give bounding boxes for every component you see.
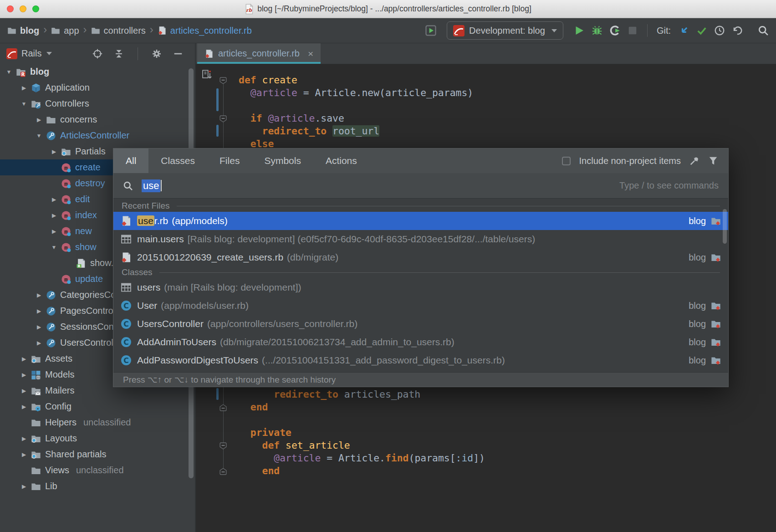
tree-item-shared-partials[interactable]: ▶Shared partials (0, 446, 195, 462)
chevron-right-icon[interactable]: ▶ (20, 372, 27, 378)
code-line: redirect_to articles_path (239, 388, 485, 401)
chevron-right-icon[interactable]: ▶ (51, 196, 57, 203)
tree-item-application[interactable]: ▶Application (0, 80, 195, 96)
tree-item-concerns[interactable]: ▶concerns (0, 112, 195, 128)
chevron-right-icon[interactable]: ▶ (51, 228, 57, 235)
class-icon: C (121, 355, 132, 366)
results-scrollbar[interactable] (723, 209, 727, 244)
rubymine-window: rb blog [~/RubymineProjects/blog] - .../… (0, 0, 776, 532)
class-icon: C (121, 318, 132, 329)
navigation-toolbar: blog›app›controllers›articles_controller… (0, 18, 776, 43)
search-tab-files[interactable]: Files (207, 148, 252, 173)
folder-icon (31, 418, 41, 428)
folder-views-icon (31, 450, 41, 460)
chevron-down-icon[interactable]: ▼ (51, 244, 57, 251)
pin-icon[interactable] (689, 156, 699, 166)
hide-panel-icon[interactable] (173, 49, 183, 59)
chevron-right-icon[interactable]: ▶ (20, 483, 27, 490)
chevron-right-icon[interactable]: ▶ (36, 117, 42, 123)
search-tab-symbols[interactable]: Symbols (252, 148, 313, 173)
chevron-down-icon[interactable]: ▼ (36, 133, 42, 139)
breadcrumb-item[interactable]: app (51, 26, 79, 36)
history-button[interactable] (714, 25, 725, 36)
chevron-right-icon[interactable]: ▶ (20, 388, 27, 394)
folder-views-icon (61, 147, 71, 157)
tree-item-controllers[interactable]: ▼Controllers (0, 96, 195, 112)
result-row[interactable]: main.users[Rails blog: development] (e0f… (113, 230, 728, 248)
folder-views-icon (31, 354, 41, 364)
tree-item-articlescontroller[interactable]: ▼ArticlesController (0, 128, 195, 143)
chevron-right-icon[interactable]: ▶ (36, 340, 42, 346)
tree-item-config[interactable]: ▶Config (0, 399, 195, 414)
fold-icon[interactable] (220, 442, 227, 450)
fold-end-icon[interactable] (220, 468, 227, 475)
search-command-hint: Type / to see commands (619, 180, 719, 191)
rollback-button[interactable] (732, 25, 743, 36)
debug-button[interactable] (592, 25, 602, 36)
breadcrumb-item[interactable]: articles_controller.rb (158, 26, 252, 36)
table-icon (121, 282, 132, 293)
result-row[interactable]: CAddAdminToUsers(db/migrate/201510062137… (113, 333, 728, 351)
changed-lines-marker (216, 388, 219, 400)
tab-articles-controller[interactable]: articles_controller.rb × (197, 43, 321, 64)
run-with-coverage-button[interactable] (609, 25, 620, 36)
result-section-header: Classes (113, 266, 728, 278)
result-row[interactable]: user.rb(app/models)blog (113, 212, 728, 230)
result-row[interactable]: CUsersController(app/controllers/users_c… (113, 315, 728, 333)
chevron-right-icon[interactable]: ▶ (36, 324, 42, 330)
result-module-label: blog (689, 355, 706, 366)
result-module-label: blog (689, 216, 706, 226)
chevron-down-icon[interactable]: ▼ (5, 69, 12, 75)
chevron-right-icon[interactable]: ▶ (36, 308, 42, 314)
tree-item-views[interactable]: Viewsunclassified (0, 462, 195, 478)
result-row[interactable]: CUser(app/models/user.rb)blog (113, 297, 728, 315)
result-row[interactable]: users(main [Rails blog: development]) (113, 278, 728, 297)
search-tab-actions[interactable]: Actions (313, 148, 369, 173)
gear-icon[interactable] (152, 49, 162, 59)
chevron-right-icon[interactable]: ▶ (51, 148, 57, 155)
search-everywhere-icon[interactable] (758, 25, 769, 36)
run-button[interactable] (574, 25, 585, 36)
search-tab-all[interactable]: All (113, 148, 148, 173)
breadcrumb-item[interactable]: blog (7, 26, 39, 36)
folder-icon (91, 26, 100, 35)
run-configuration-select[interactable]: Development: blog (447, 21, 563, 40)
svg-text:C: C (123, 338, 129, 347)
chevron-right-icon[interactable]: ▶ (20, 435, 27, 442)
breadcrumb-item[interactable]: controllers (91, 26, 146, 36)
controller-icon (46, 322, 56, 332)
project-view-title[interactable]: Rails (21, 48, 41, 59)
chevron-down-icon[interactable]: ▼ (20, 101, 27, 107)
tree-item-layouts[interactable]: ▶Layouts (0, 430, 195, 446)
run-tool-window-icon[interactable] (425, 25, 436, 36)
chevron-right-icon[interactable]: ▶ (36, 292, 42, 298)
fold-end-icon[interactable] (220, 404, 227, 411)
tree-item-lib[interactable]: ▶Lib (0, 478, 195, 494)
search-input[interactable]: use Type / to see commands (113, 173, 728, 199)
chevron-right-icon[interactable]: ▶ (20, 451, 27, 458)
chevron-down-icon[interactable] (46, 52, 52, 55)
chevron-right-icon[interactable]: ▶ (20, 85, 27, 91)
chevron-right-icon[interactable]: ▶ (20, 356, 27, 362)
result-row[interactable]: CAddPasswordDigestToUsers(.../2015100415… (113, 351, 728, 369)
chevron-right-icon[interactable]: ▶ (51, 212, 57, 219)
tree-item-helpers[interactable]: Helpersunclassified (0, 414, 195, 430)
git-update-button[interactable] (679, 25, 689, 36)
fold-icon[interactable] (220, 115, 227, 123)
ruby-view-icon: R (76, 258, 86, 268)
include-non-project-checkbox[interactable] (562, 157, 571, 165)
search-tab-classes[interactable]: Classes (148, 148, 207, 173)
tree-item-blog[interactable]: ▼Rblog (0, 64, 195, 80)
filter-icon[interactable] (708, 156, 718, 166)
search-query: use (142, 179, 162, 192)
result-row[interactable]: 20151001220639_create_users.rb(db/migrat… (113, 248, 728, 266)
collapse-all-icon[interactable] (114, 49, 124, 59)
text-caret (161, 180, 162, 191)
fold-icon[interactable] (220, 77, 227, 84)
git-commit-button[interactable] (696, 25, 707, 36)
chevron-right-icon[interactable]: ▶ (20, 404, 27, 410)
close-icon[interactable]: × (308, 49, 313, 58)
scroll-to-source-icon[interactable] (202, 70, 212, 80)
stop-button[interactable] (627, 25, 638, 36)
locate-file-icon[interactable] (92, 49, 102, 59)
